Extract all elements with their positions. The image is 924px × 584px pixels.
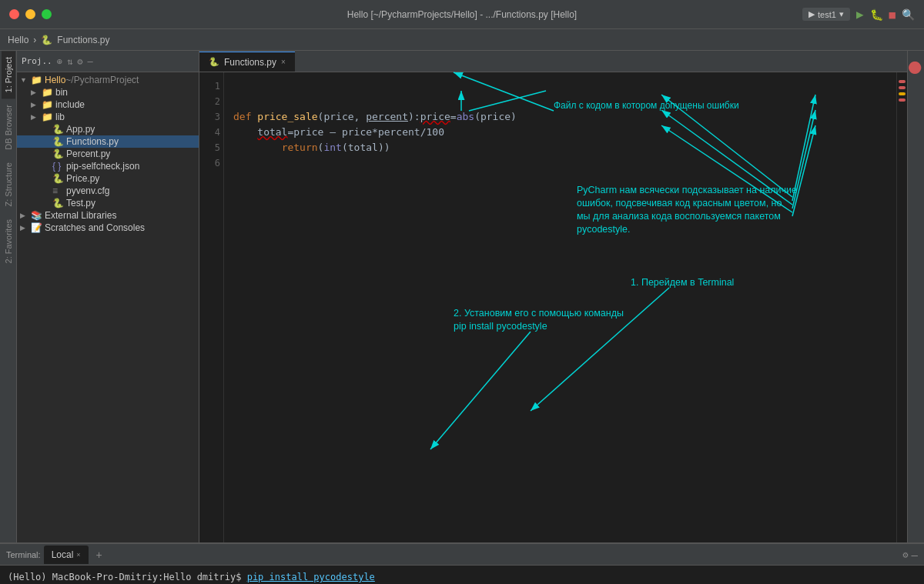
bottom-panel: Terminal: Local × + ⚙ — (Hello) MacBook-… <box>0 542 924 584</box>
tree-test-py[interactable]: 🐍 Test.py <box>17 197 199 209</box>
expand-arrow: ▶ <box>20 224 31 232</box>
tree-ext-lib[interactable]: ▶ 📚 External Libraries <box>17 209 199 222</box>
tree-scratches[interactable]: ▶ 📝 Scratches and Consoles <box>17 222 199 234</box>
local-tab-close[interactable]: × <box>76 551 80 559</box>
tree-bin[interactable]: ▶ 📁 bin <box>17 86 199 98</box>
run-config-selector[interactable]: ▶ test1 ▾ <box>802 8 850 21</box>
run-button[interactable]: ▶ <box>856 7 864 22</box>
ext-lib-label: External Libraries <box>45 210 116 221</box>
line-numbers: 1 2 3 4 5 6 <box>199 72 224 542</box>
editor-area: 🐍 Functions.py × 1 2 3 4 5 6 def price_s… <box>199 51 907 542</box>
titlebar: Hello [~/PycharmProjects/Hello] - .../Fu… <box>0 0 924 29</box>
expand-arrow: ▶ <box>31 113 42 121</box>
cfg-file-icon: ≡ <box>52 185 66 196</box>
json-file-icon: { } <box>52 161 66 172</box>
tree-include[interactable]: ▶ 📁 include <box>17 98 199 111</box>
breadcrumb: Hello › 🐍 Functions.py <box>0 29 924 51</box>
tree-cfg[interactable]: ≡ pyvenv.cfg <box>17 185 199 197</box>
toolbar-controls: ▶ test1 ▾ ▶ 🐛 ■ 🔍 <box>802 7 915 22</box>
py-file-icon: 🐍 <box>52 198 66 209</box>
folder-icon: 📁 <box>42 112 55 122</box>
code-editor[interactable]: 1 2 3 4 5 6 def price_sale(price, percen… <box>199 72 907 542</box>
minimize-panel-icon[interactable]: — <box>87 56 92 67</box>
tab-file-icon: 🐍 <box>209 57 219 67</box>
tree-functions-py[interactable]: 🐍 Functions.py <box>17 135 199 148</box>
gutter-warning-1 <box>899 92 906 95</box>
bin-label: bin <box>55 87 68 98</box>
z-structure-tab[interactable]: Z: Structure <box>2 156 15 212</box>
terminal-label: Terminal: <box>6 550 41 559</box>
favorites-tab[interactable]: 2: Favorites <box>2 213 15 269</box>
breadcrumb-file-icon: 🐍 <box>41 35 52 45</box>
tab-close-button[interactable]: × <box>281 58 286 66</box>
expand-arrow: ▼ <box>20 76 31 84</box>
py-file-icon: 🐍 <box>52 173 66 184</box>
settings-icon[interactable]: ⚙ <box>77 56 82 67</box>
terminal-prompt: (Hello) MacBook-Pro-Dmitriy:Hello dmitri… <box>8 572 247 582</box>
price-py-label: Price.py <box>66 173 99 184</box>
breadcrumb-file[interactable]: Functions.py <box>57 35 109 45</box>
tree-json[interactable]: { } pip-selfcheck.json <box>17 160 199 172</box>
maximize-button[interactable] <box>42 9 52 19</box>
tree-percent-py[interactable]: 🐍 Percent.py <box>17 148 199 160</box>
stop-button[interactable]: ■ <box>889 8 896 21</box>
project-panel: Proj.. ⊕ ⇅ ⚙ — ▼ 📁 Hello ~/PycharmProjec… <box>17 51 199 542</box>
lib-label: lib <box>55 112 65 122</box>
py-file-icon: 🐍 <box>52 124 66 135</box>
local-tab-name: Local <box>52 549 74 560</box>
functions-tab[interactable]: 🐍 Functions.py × <box>199 52 295 72</box>
cfg-label: pyvenv.cfg <box>66 185 109 196</box>
gutter-error-2 <box>899 86 906 89</box>
folder-icon: 📁 <box>42 99 55 110</box>
gutter-error-1 <box>899 80 906 83</box>
tab-bar: 🐍 Functions.py × <box>199 51 907 72</box>
percent-py-label: Percent.py <box>66 149 110 159</box>
tree-price-py[interactable]: 🐍 Price.py <box>17 172 199 185</box>
file-tree: ▼ 📁 Hello ~/PycharmProject ▶ 📁 bin ▶ 📁 i… <box>17 72 199 542</box>
minimize-button[interactable] <box>25 9 35 19</box>
terminal-prompt-line: (Hello) MacBook-Pro-Dmitriy:Hello dmitri… <box>8 570 916 584</box>
tree-root[interactable]: ▼ 📁 Hello ~/PycharmProject <box>17 74 199 86</box>
bottom-tabs: Terminal: Local × + ⚙ — <box>0 544 924 566</box>
py-file-icon: 🐍 <box>52 149 66 159</box>
local-tab[interactable]: Local × <box>44 546 89 564</box>
tree-lib[interactable]: ▶ 📁 lib <box>17 111 199 123</box>
app-py-label: App.py <box>66 124 95 135</box>
minimize-bottom-button[interactable]: — <box>912 549 918 561</box>
terminal-command: pip install pycodestyle <box>247 572 375 582</box>
right-tab-1[interactable]: ⬤ <box>902 58 924 77</box>
json-label: pip-selfcheck.json <box>66 161 139 172</box>
search-button[interactable]: 🔍 <box>902 8 915 21</box>
test-py-label: Test.py <box>66 198 95 209</box>
chevron-down-icon: ▾ <box>839 9 844 19</box>
panel-title: Proj.. <box>22 56 52 66</box>
breadcrumb-separator: › <box>33 35 36 45</box>
tree-app-py[interactable]: 🐍 App.py <box>17 123 199 135</box>
main-area: 1: Project DB Browser Z: Structure 2: Fa… <box>0 51 924 542</box>
project-tab[interactable]: 1: Project <box>2 51 15 98</box>
add-icon[interactable]: ⊕ <box>57 56 62 67</box>
close-button[interactable] <box>9 9 19 19</box>
folder-icon: 📁 <box>31 75 45 85</box>
expand-arrow: ▶ <box>31 88 42 96</box>
settings-gear-icon[interactable]: ⚙ <box>902 549 908 560</box>
expand-arrow: ▶ <box>20 212 31 219</box>
terminal-content[interactable]: (Hello) MacBook-Pro-Dmitriy:Hello dmitri… <box>0 566 924 584</box>
include-label: include <box>55 99 85 110</box>
folder-icon: 📁 <box>42 87 55 98</box>
right-gutter <box>896 72 907 542</box>
root-path: ~/PycharmProject <box>65 75 139 85</box>
window-controls <box>9 9 52 19</box>
root-label: Hello <box>45 75 65 85</box>
debug-button[interactable]: 🐛 <box>870 8 883 21</box>
add-tab-button[interactable]: + <box>92 546 107 564</box>
project-panel-header: Proj.. ⊕ ⇅ ⚙ — <box>17 51 199 72</box>
scratches-icon: 📝 <box>31 222 45 233</box>
expand-arrow: ▶ <box>31 101 42 108</box>
left-vertical-tabs: 1: Project DB Browser Z: Structure 2: Fa… <box>0 51 17 542</box>
db-browser-tab[interactable]: DB Browser <box>2 98 15 156</box>
sync-icon[interactable]: ⇅ <box>67 56 72 67</box>
code-content[interactable]: def price_sale(price, percent):price=abs… <box>224 72 896 542</box>
breadcrumb-home[interactable]: Hello <box>8 35 28 45</box>
right-vertical-tabs: ⬤ <box>907 51 924 542</box>
